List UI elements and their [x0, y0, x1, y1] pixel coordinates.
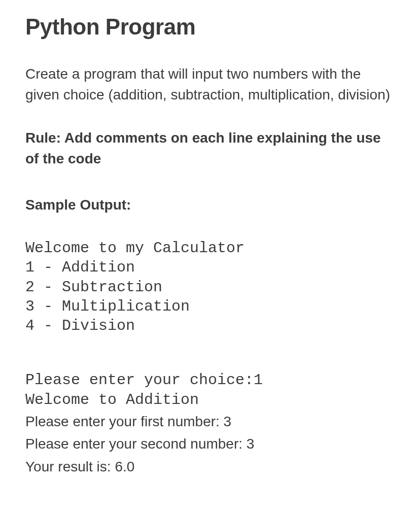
sample-output-heading: Sample Output: [25, 194, 395, 216]
result-line: Your result is: 6.0 [25, 457, 395, 478]
operation-welcome: Welcome to Addition [25, 391, 199, 408]
menu-option: 1 - Addition [25, 259, 135, 276]
page-title: Python Program [25, 10, 395, 44]
rule-text: Rule: Add comments on each line explaini… [25, 128, 395, 169]
program-description: Create a program that will input two num… [25, 64, 395, 105]
first-number-prompt: Please enter your first number: 3 [25, 412, 395, 432]
menu-option: 4 - Division [25, 317, 135, 334]
sample-menu-block: Welcome to my Calculator 1 - Addition 2 … [25, 219, 395, 335]
choice-prompt: Please enter your choice:1 [25, 371, 263, 389]
welcome-line: Welcome to my Calculator [25, 240, 244, 257]
menu-option: 2 - Subtraction [25, 279, 162, 296]
menu-option: 3 - Multiplication [25, 298, 190, 315]
choice-block: Please enter your choice:1 Welcome to Ad… [25, 351, 395, 410]
second-number-prompt: Please enter your second number: 3 [25, 434, 395, 455]
